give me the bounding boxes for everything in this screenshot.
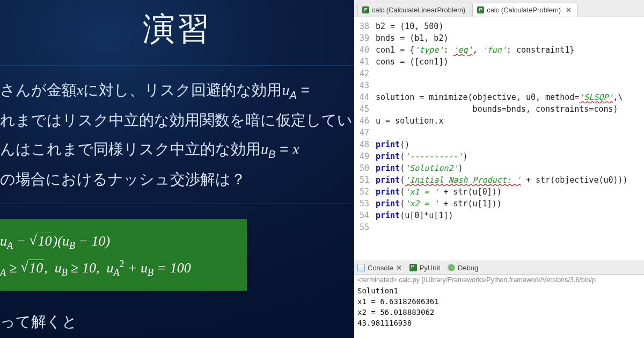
bottom-tab-label: PyUnit bbox=[420, 264, 440, 272]
formula-box: uA − 10)(uB − 10) A ≥ 10, uB ≥ 10, uA2 +… bbox=[0, 219, 247, 291]
editor-tab-bar: calc (CalculateLinearProblem)calc (Calcu… bbox=[354, 0, 644, 17]
line-number-gutter: 38 39 40 41 42 43 44 45 46 47 48 49 50 5… bbox=[354, 17, 374, 261]
console-output: Solution1 x1 = 6.63182606361 x2 = 56.018… bbox=[357, 285, 640, 328]
bottom-tab-bar: Console ✕PyUnitDebug bbox=[354, 261, 644, 275]
editor-tab[interactable]: calc (CalculateProblem)✕ bbox=[472, 3, 577, 17]
editor-tab-label: calc (CalculateLinearProblem) bbox=[372, 6, 465, 14]
close-icon[interactable]: ✕ bbox=[396, 264, 402, 272]
bottom-tab-debug[interactable]: Debug bbox=[448, 264, 478, 272]
slide-tail: って解くと bbox=[0, 312, 77, 332]
code-area[interactable]: b2 = (10, 500) bnds = (b1, b2) con1 = {'… bbox=[374, 17, 628, 261]
bottom-tab-pyunit[interactable]: PyUnit bbox=[409, 264, 440, 272]
bottom-tab-label: Console bbox=[368, 264, 393, 272]
slide-line-3: んはこれまで同様リスク中立的な効用uB = x bbox=[0, 135, 354, 165]
python-file-icon bbox=[362, 6, 369, 13]
close-icon[interactable]: ✕ bbox=[566, 6, 572, 14]
slide-body: さんが金額xに対し、リスク回避的な効用uA = れまではリスク中立的な効用関数を… bbox=[0, 66, 354, 204]
editor-tab[interactable]: calc (CalculateLinearProblem) bbox=[357, 3, 471, 17]
bottom-tab-label: Debug bbox=[458, 264, 478, 272]
bottom-tab-console[interactable]: Console ✕ bbox=[357, 264, 402, 272]
formula-line-2: A ≥ 10, uB ≥ 10, uA2 + uB = 100 bbox=[0, 255, 239, 282]
slide-line-4: の場合におけるナッシュ交渉解は？ bbox=[0, 165, 354, 195]
code-editor[interactable]: 38 39 40 41 42 43 44 45 46 47 48 49 50 5… bbox=[354, 17, 644, 261]
editor-tab-label: calc (CalculateProblem) bbox=[487, 6, 561, 14]
ide-window: calc (CalculateLinearProblem)calc (Calcu… bbox=[354, 0, 644, 338]
presentation-slide: 演習 さんが金額xに対し、リスク回避的な効用uA = れまではリスク中立的な効用… bbox=[0, 0, 354, 338]
console-icon bbox=[357, 264, 365, 271]
pyunit-icon bbox=[409, 264, 417, 271]
console-meta: <terminated> calc.py [/Library/Framework… bbox=[357, 275, 640, 285]
slide-title: 演習 bbox=[0, 8, 354, 51]
console-panel[interactable]: <terminated> calc.py [/Library/Framework… bbox=[354, 275, 644, 338]
formula-line-1: uA − 10)(uB − 10) bbox=[0, 228, 239, 255]
slide-line-1: さんが金額xに対し、リスク回避的な効用uA = bbox=[0, 76, 354, 106]
slide-line-2: れまではリスク中立的な効用関数を暗に仮定してい bbox=[0, 106, 354, 135]
python-file-icon bbox=[477, 6, 484, 13]
debug-icon bbox=[448, 264, 455, 271]
